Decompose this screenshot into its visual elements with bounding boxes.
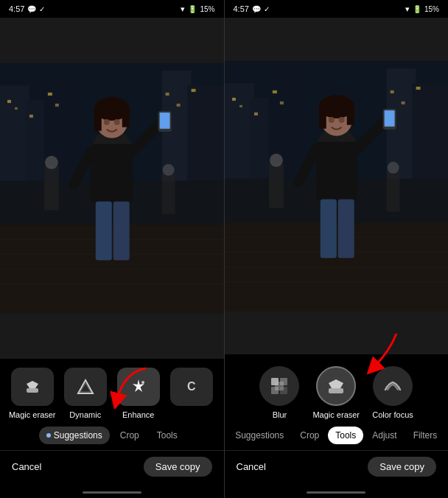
svg-rect-12	[166, 93, 169, 96]
battery-icon-right: 🔋	[413, 5, 421, 13]
tab-crop-label-right: Crop	[300, 430, 319, 441]
svg-rect-74	[337, 199, 354, 258]
svg-rect-50	[253, 113, 257, 116]
svg-point-80	[387, 162, 399, 174]
photo-svg-left	[0, 18, 224, 359]
battery-pct-left: 15%	[200, 5, 214, 13]
enhance-label-left: Enhance	[122, 410, 154, 419]
tab-filters-label-right: Filters	[413, 430, 438, 441]
tab-crop-label-left: Crop	[120, 430, 139, 441]
photo-left	[0, 18, 224, 359]
svg-rect-6	[15, 108, 18, 110]
svg-point-32	[104, 119, 110, 125]
svg-rect-71	[384, 111, 394, 127]
svg-point-33	[114, 119, 120, 125]
battery-icon-left: 🔋	[188, 5, 197, 13]
controls-right: Blur Magic eraser	[225, 354, 449, 498]
svg-point-78	[269, 154, 282, 167]
svg-rect-2	[0, 85, 29, 181]
svg-rect-73	[320, 199, 336, 258]
cancel-button-right[interactable]: Cancel	[237, 461, 266, 472]
tools-row-right: Blur Magic eraser	[225, 363, 449, 427]
whatsapp-icon-right: 💬	[252, 5, 261, 13]
check-icon-right: ✓	[264, 5, 270, 13]
svg-rect-87	[329, 388, 343, 393]
tool-blur-right[interactable]: Blur	[258, 366, 301, 419]
svg-point-35	[45, 156, 58, 169]
status-time-right: 4:57 💬 ✓	[234, 4, 270, 13]
home-indicator-left	[0, 488, 224, 498]
home-bar-left	[83, 491, 141, 494]
tab-tools-right[interactable]: Tools	[328, 427, 363, 444]
blur-icon-right	[259, 366, 299, 406]
enhance-icon-left	[117, 368, 160, 406]
time-left: 4:57	[9, 4, 24, 13]
wifi-icon-left: ▾	[181, 4, 185, 14]
check-icon-left: ✓	[39, 5, 45, 13]
tab-bar-right: Suggestions Crop Tools Adjust Filters	[225, 427, 449, 450]
tools-section-right: Blur Magic eraser	[225, 363, 449, 427]
svg-rect-66	[318, 107, 326, 129]
tool-magic-eraser-right[interactable]: Magic eraser	[312, 366, 360, 419]
magic-eraser-label-right: Magic eraser	[312, 410, 360, 419]
battery-pct-right: 15%	[424, 5, 439, 13]
svg-rect-68	[315, 142, 357, 201]
save-button-right[interactable]: Save copy	[368, 457, 436, 477]
tool-enhance-left[interactable]: Enhance	[115, 368, 162, 419]
svg-point-41	[141, 381, 144, 384]
action-bar-left: Cancel Save copy	[0, 450, 224, 488]
status-bar-right: 4:57 💬 ✓ ▾ 🔋 15%	[225, 0, 449, 18]
svg-rect-56	[401, 102, 405, 105]
svg-rect-9	[55, 104, 59, 107]
tool-dynamic-left[interactable]: Dynamic	[62, 368, 109, 419]
tab-adjust-right[interactable]: Adjust	[365, 427, 404, 444]
tab-crop-left[interactable]: Crop	[113, 427, 147, 444]
whatsapp-icon-left: 💬	[27, 5, 36, 13]
svg-rect-23	[94, 109, 102, 131]
status-indicators-right: ▾ 🔋 15%	[405, 4, 439, 14]
dynamic-label-left: Dynamic	[69, 410, 101, 419]
svg-rect-14	[192, 89, 196, 92]
status-bar-left: 4:57 💬 ✓ ▾ 🔋 15%	[0, 0, 224, 18]
tab-tools-label-left: Tools	[157, 430, 178, 441]
action-bar-right: Cancel Save copy	[225, 450, 449, 488]
magic-eraser-icon-right	[316, 366, 356, 406]
magic-eraser-label-left: Magic eraser	[9, 410, 56, 419]
svg-rect-57	[416, 87, 420, 90]
tool-more-left[interactable]: C	[168, 368, 215, 419]
save-button-left[interactable]: Save copy	[144, 457, 212, 477]
svg-rect-31	[113, 201, 130, 260]
tab-tools-left[interactable]: Tools	[150, 427, 185, 444]
svg-rect-11	[188, 85, 224, 181]
time-right: 4:57	[234, 4, 249, 13]
svg-rect-77	[268, 164, 283, 208]
color-focus-label-right: Color focus	[372, 410, 413, 419]
svg-rect-52	[279, 102, 283, 105]
status-indicators-left: ▾ 🔋 15%	[181, 4, 214, 14]
cancel-button-left[interactable]: Cancel	[12, 461, 41, 472]
tab-crop-right[interactable]: Crop	[293, 427, 326, 444]
svg-rect-24	[122, 109, 130, 127]
tab-suggestions-left[interactable]: Suggestions	[39, 427, 110, 444]
svg-rect-54	[412, 83, 448, 179]
status-time-left: 4:57 💬 ✓	[9, 4, 45, 13]
svg-rect-30	[96, 201, 112, 260]
svg-rect-48	[231, 98, 235, 101]
home-indicator-right	[225, 488, 449, 498]
tab-suggestions-label-left: Suggestions	[54, 430, 102, 441]
svg-rect-51	[272, 91, 276, 94]
svg-rect-67	[346, 107, 354, 125]
tab-bar-left: Suggestions Crop Tools	[0, 427, 224, 450]
svg-rect-86	[275, 382, 284, 390]
tab-suggestions-label-right: Suggestions	[235, 430, 284, 441]
tab-filters-right[interactable]: Filters	[406, 427, 445, 444]
svg-rect-5	[7, 100, 11, 103]
tool-color-focus-right[interactable]: Color focus	[371, 366, 414, 419]
svg-rect-8	[48, 93, 52, 96]
wifi-icon-right: ▾	[405, 4, 410, 14]
svg-point-37	[163, 164, 175, 176]
color-focus-icon-right	[373, 366, 413, 406]
tab-suggestions-right[interactable]: Suggestions	[228, 427, 291, 444]
tool-magic-eraser-left[interactable]: Magic eraser	[9, 368, 56, 419]
svg-rect-55	[390, 91, 393, 94]
